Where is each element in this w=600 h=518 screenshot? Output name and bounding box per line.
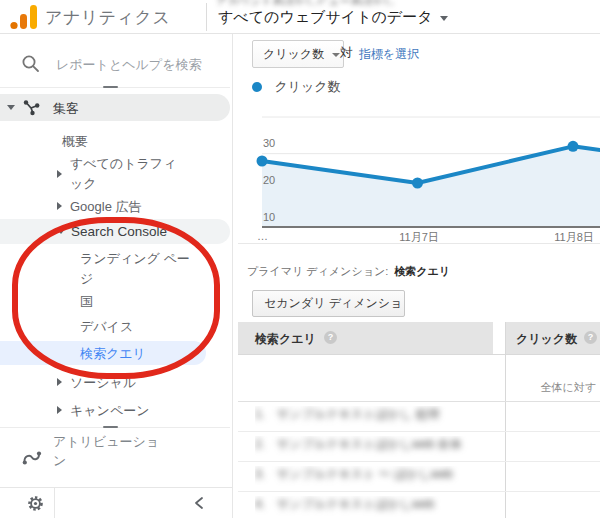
sidebar-bottom-bar [0,487,232,518]
search-queries-label: 検索クエリ [80,345,146,363]
row-text-blurred: サンプルテキストぼかしweb [277,497,434,511]
search-placeholder: レポートとヘルプを検索 [56,56,201,74]
product-name: アナリティクス [45,6,170,29]
all-traffic-line2: ック [70,174,176,194]
row-number: 1. [255,407,277,421]
section-divider [238,243,600,244]
row-border [238,491,600,492]
sidebar-item-social[interactable]: ソーシャル [70,374,136,392]
vs-label: 対 [340,44,353,62]
help-icon[interactable] [584,331,597,344]
gear-icon[interactable] [26,494,45,513]
chevron-down-icon [440,16,448,21]
row-text-blurred: サンプルテキスト 〜 ぼかしweb [277,467,453,481]
divider-notch [103,86,118,88]
chart-legend: クリック数 [252,77,341,93]
table-header-clicks[interactable]: クリック数 [506,322,600,354]
caret-right-icon [57,202,62,210]
sidebar-section-attribution[interactable]: アトリビューショ ン [0,429,230,485]
search-reports-row[interactable]: レポートとヘルプを検索 [0,51,230,79]
table-row[interactable]: 4.サンプルテキストぼかしweb [255,496,500,518]
all-traffic-line1: すべてのトラフィ [70,154,176,174]
sidebar-item-acquisition-label: 集客 [53,100,79,118]
primary-dimension-value[interactable]: 検索クエリ [394,265,450,277]
app-header: アナリティクス アカウント名ぼかしビュー名ぼかし すべてのウェブサイトのデータ [0,0,600,34]
table-subheader-border [238,401,600,402]
divider-notch [103,426,118,428]
primary-dimension-row: プライマリ ディメンション:検索クエリ [247,264,450,279]
row-number: 3. [255,467,277,481]
view-title: すべてのウェブサイトのデータ [218,8,433,25]
sidebar-item-google-ads[interactable]: Google 広告 [70,198,142,216]
row-text-blurred: サンプルテキストぼかしweb 全体 [277,437,461,451]
sidebar-item-devices[interactable]: デバイス [80,318,133,336]
table-header-search-query[interactable]: 検索クエリ [238,322,493,354]
legend-label: クリック数 [274,78,340,96]
attribution-line1: アトリビューショ [53,432,159,451]
sidebar-item-campaigns[interactable]: キャンペーン [70,402,150,420]
secondary-dimension-button[interactable]: セカンダリ ディメンション [252,290,405,317]
ytick-10: 10 [263,211,289,223]
search-icon [21,54,41,74]
caret-down-icon [57,229,65,234]
row-number: 2. [255,437,277,451]
caret-right-icon [57,406,62,414]
google-analytics-logo-icon[interactable] [9,4,39,30]
account-name-redacted: アカウント名ぼかしビュー名ぼかし [216,0,426,5]
header-divider [206,3,207,31]
attribution-icon [21,446,43,468]
row-text-blurred: サンプルテキストぼかし 処理 [277,407,439,421]
acquisition-icon [22,98,41,117]
col-clicks-label: クリック数 [516,331,577,348]
landing-pages-line2: ジ [80,269,190,289]
percent-of-total-label: 全体に対す [506,380,596,395]
xtick-start: … [257,230,287,242]
sidebar-item-landing-pages[interactable]: ランディング ペー ジ [80,249,190,289]
search-console-label: Search Console [71,224,167,239]
primary-dimension-label: プライマリ ディメンション: [247,265,388,277]
help-icon[interactable] [324,331,337,344]
metric-selector-label: クリック数 [263,47,324,61]
table-header-border [238,354,600,355]
sidebar-item-country[interactable]: 国 [80,293,93,311]
main-content: クリック数 対 指標を選択 クリック数 30 20 10 … 11月7日 11月… [233,33,600,518]
legend-dot-icon [252,82,262,92]
sidebar-item-search-queries-selected[interactable]: 検索クエリ [0,341,206,365]
table-column-border [505,322,506,518]
sidebar-item-overview[interactable]: 概要 [62,133,88,151]
ytick-30: 30 [263,137,289,149]
sidebar-section-search-console[interactable]: Search Console [0,219,230,244]
collapse-sidebar-icon[interactable] [194,496,204,510]
bottom-bar-divider [54,488,55,518]
sidebar: レポートとヘルプを検索 集客 概要 すべてのトラフィ ック Google 広告 [0,33,233,518]
clicks-line-chart: 30 20 10 … 11月7日 11月8日 [233,100,600,245]
caret-right-icon [57,170,62,178]
row-border [238,461,600,462]
col-query-label: 検索クエリ [255,331,316,348]
row-number: 4. [255,497,277,511]
landing-pages-line1: ランディング ペー [80,249,190,269]
sidebar-section-acquisition[interactable]: 集客 [0,94,230,121]
caret-right-icon [57,378,62,386]
analytics-app: アナリティクス アカウント名ぼかしビュー名ぼかし すべてのウェブサイトのデータ … [0,0,600,518]
metric-selector-button[interactable]: クリック数 [252,40,344,68]
chevron-down-icon [332,53,340,57]
ytick-20: 20 [263,174,289,186]
property-selector[interactable]: すべてのウェブサイトのデータ [218,8,448,27]
select-metric-link[interactable]: 指標を選択 [359,46,419,63]
sidebar-item-all-traffic[interactable]: すべてのトラフィ ック [70,154,176,194]
caret-down-icon [7,105,15,110]
row-border [238,431,600,432]
attribution-line2: ン [53,451,159,470]
